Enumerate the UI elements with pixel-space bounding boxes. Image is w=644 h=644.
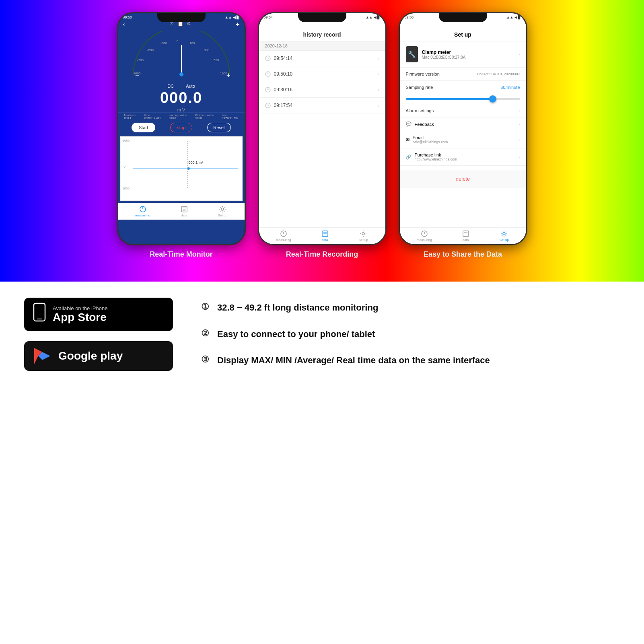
app-store-badge[interactable]: Available on the iPhone App Store bbox=[24, 298, 173, 331]
email-value: sale@elinkthings.com bbox=[413, 140, 448, 144]
phone2-label: Real-Time Recording bbox=[258, 250, 387, 259]
stat-label-max: Maximum bbox=[124, 114, 136, 117]
stat-label-time1: time bbox=[144, 114, 161, 117]
feedback-icon: 💬 bbox=[406, 121, 412, 127]
stat-min: 000.0 bbox=[195, 117, 214, 119]
phone3-frame: 09:50 ▲▲ ◀ ▊ Set up 🔧 Clamp meter Mac:01… bbox=[399, 12, 527, 245]
device-chevron: › bbox=[518, 52, 520, 57]
phone1-time: 09:50 bbox=[123, 15, 132, 19]
svg-text:-500: -500 bbox=[147, 48, 154, 52]
svg-point-37 bbox=[362, 232, 364, 235]
feature-3-number: ③ bbox=[201, 354, 213, 365]
feature-3-text: Display MAX/ MIN /Average/ Real time dat… bbox=[217, 354, 490, 367]
slider-thumb[interactable] bbox=[489, 95, 496, 103]
feature-2-text: Easy to connect to your phone/ tablet bbox=[217, 328, 375, 341]
svg-rect-43 bbox=[34, 303, 45, 321]
sampling-row: Sampling rate 60/minute bbox=[400, 81, 526, 94]
purchase-label: Purchase link bbox=[415, 152, 457, 157]
nav3-setup[interactable]: Set up bbox=[500, 230, 509, 242]
phone2-frame: 09:54 ▲▲ ◀ ▊ history record 2020-12-18 0… bbox=[258, 12, 387, 245]
feature-1-number: ① bbox=[201, 302, 213, 312]
phone1-dc-auto: DC Auto bbox=[118, 84, 245, 88]
feature-3: ③ Display MAX/ MIN /Average/ Real time d… bbox=[201, 354, 620, 367]
start-button[interactable]: Start bbox=[132, 123, 155, 132]
feature-1-text: 32.8 ~ 49.2 ft long distance monitoring bbox=[217, 302, 378, 314]
phone2-screen: 09:54 ▲▲ ◀ ▊ history record 2020-12-18 0… bbox=[259, 13, 385, 244]
phone1-plus[interactable]: + bbox=[236, 21, 239, 28]
setup-title: Set up bbox=[400, 20, 526, 41]
phone2-time: 09:54 bbox=[264, 15, 273, 19]
phone1-frame: 09:50 ▲▲ ◀ ▊ ‹ ⏱📋⚙ + bbox=[117, 12, 246, 245]
gauge-svg: -1000 -700 -500 -300 0 100 300 500 1000 bbox=[125, 31, 238, 79]
phone-icon bbox=[32, 302, 47, 326]
nav2-data[interactable]: data bbox=[321, 230, 329, 242]
nav-measuring[interactable]: measuring bbox=[135, 206, 150, 217]
phone2-nav: measuring data Set up bbox=[259, 227, 385, 244]
phone1-value: 000.0 bbox=[118, 89, 245, 107]
phone1-back[interactable]: ‹ bbox=[123, 21, 125, 28]
app-store-text: Available on the iPhone App Store bbox=[53, 305, 107, 324]
email-row[interactable]: ✉ Email sale@elinkthings.com › bbox=[400, 131, 526, 148]
nav3-measuring[interactable]: measuring bbox=[417, 230, 432, 242]
alarm-row[interactable]: Alarm settings › bbox=[400, 104, 526, 117]
feature-2: ② Easy to connect to your phone/ tablet bbox=[201, 328, 620, 341]
google-play-badge[interactable]: Google play bbox=[24, 341, 173, 371]
chart-label: 000.1mV bbox=[189, 160, 203, 165]
record-4[interactable]: 09:17:54 › bbox=[259, 98, 385, 113]
phone3-nav: measuring data Set up bbox=[400, 227, 526, 244]
phone3-time: 09:50 bbox=[405, 15, 414, 19]
feedback-row[interactable]: 💬 Feedback › bbox=[400, 117, 526, 131]
stop-button[interactable]: stop bbox=[170, 123, 192, 132]
record-3[interactable]: 09:30:16 › bbox=[259, 82, 385, 98]
phone2-notch bbox=[298, 13, 346, 22]
svg-text:-700: -700 bbox=[137, 58, 144, 62]
svg-text:300: 300 bbox=[204, 48, 210, 52]
phone1-icons: ▲▲ ◀ ▊ bbox=[225, 15, 240, 19]
reset-button[interactable]: Reset bbox=[207, 123, 231, 132]
alarm-chevron: › bbox=[518, 109, 520, 113]
svg-point-42 bbox=[503, 232, 505, 235]
record-2[interactable]: 09:50:10 › bbox=[259, 66, 385, 82]
svg-text:+: + bbox=[226, 72, 230, 78]
phone1-gauge-area: -1000 -700 -500 -300 0 100 300 500 1000 bbox=[118, 29, 245, 83]
stat-label-avg: average value bbox=[169, 114, 187, 117]
feature-2-number: ② bbox=[201, 328, 213, 339]
bottom-section: Available on the iPhone App Store Google… bbox=[0, 282, 644, 387]
record-1[interactable]: 09:54:14 › bbox=[259, 51, 385, 66]
phone3-label: Easy to Share the Data bbox=[399, 250, 527, 259]
phones-row: 09:50 ▲▲ ◀ ▊ ‹ ⏱📋⚙ + bbox=[117, 12, 527, 245]
svg-text:−: − bbox=[135, 72, 139, 78]
chevron-4: › bbox=[378, 103, 379, 108]
purchase-chevron: › bbox=[518, 155, 520, 159]
google-play-text: Google play bbox=[58, 350, 123, 362]
phone3-icons: ▲▲ ◀ ▊ bbox=[506, 15, 521, 19]
nav3-data[interactable]: data bbox=[462, 230, 469, 242]
feature-1: ① 32.8 ~ 49.2 ft long distance monitorin… bbox=[201, 302, 620, 314]
device-info: Clamp meter Mac:01:B3:EC:C0:27:8A bbox=[422, 49, 519, 60]
stat-max: 000.1 bbox=[124, 117, 136, 119]
email-icon: ✉ bbox=[406, 137, 409, 142]
phone1-unit: m V bbox=[118, 107, 245, 112]
device-icon: 🔧 bbox=[406, 46, 418, 62]
nav-setup[interactable]: Set up bbox=[218, 206, 227, 217]
delete-button[interactable]: delete bbox=[400, 170, 526, 188]
phones-labels: Real-Time Monitor Real-Time Recording Ea… bbox=[117, 250, 527, 259]
play-icon bbox=[32, 346, 52, 366]
phone1-label: Real-Time Monitor bbox=[117, 250, 246, 259]
svg-text:0: 0 bbox=[177, 39, 179, 43]
svg-rect-40 bbox=[463, 231, 469, 237]
firmware-label: Firmware version bbox=[406, 72, 440, 76]
purchase-row[interactable]: 🔗 Purchase link http://www.elinkthings.c… bbox=[400, 148, 526, 166]
nav2-measuring[interactable]: measuring bbox=[276, 230, 291, 242]
svg-text:-300: -300 bbox=[160, 41, 167, 45]
slider-container[interactable] bbox=[400, 94, 526, 104]
nav-data[interactable]: data bbox=[181, 206, 188, 217]
app-store-top-text: Available on the iPhone bbox=[53, 305, 107, 311]
nav2-setup[interactable]: Set up bbox=[359, 230, 368, 242]
firmware-value: BM02H5S4.0.0_20200307 bbox=[477, 72, 520, 76]
phone2-icons: ▲▲ ◀ ▊ bbox=[366, 15, 381, 19]
history-record-title: history record bbox=[259, 20, 385, 41]
feedback-chevron: › bbox=[518, 122, 520, 126]
purchase-value: http://www.elinkthings.com bbox=[415, 157, 457, 161]
phone1-stats: Maximum 000.1 time 09:50:14.411 average … bbox=[118, 112, 245, 121]
